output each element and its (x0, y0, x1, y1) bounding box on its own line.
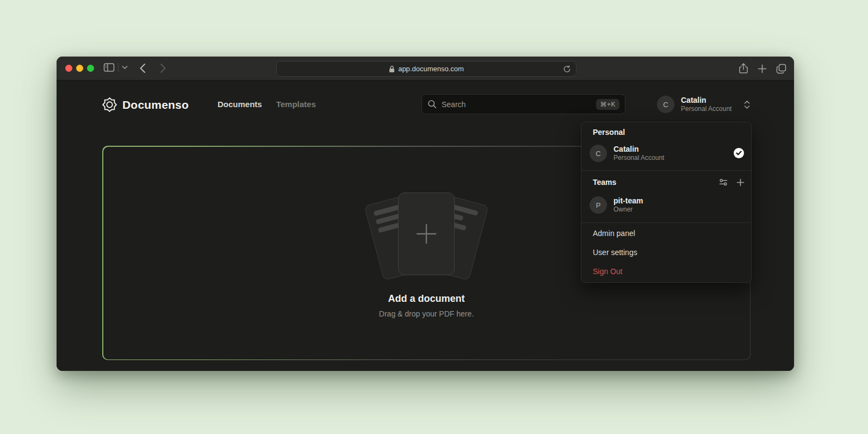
nav-documents[interactable]: Documents (218, 100, 262, 109)
divider (118, 63, 119, 72)
personal-account-name: Catalin (613, 145, 664, 154)
team-name: pit-team (613, 196, 643, 206)
selector-chevrons-icon (743, 100, 751, 109)
sidebar-chevron-down-icon[interactable] (122, 65, 128, 70)
forward-button-icon[interactable] (160, 63, 166, 73)
account-name: Catalin (681, 96, 731, 105)
browser-titlebar: app.documenso.com (57, 57, 794, 80)
traffic-lights (65, 65, 94, 72)
menu-item-admin-panel[interactable]: Admin panel (593, 229, 635, 238)
document-card-center (398, 193, 455, 275)
reload-icon[interactable] (563, 65, 571, 73)
team-item[interactable]: P pit-team Owner (590, 196, 643, 214)
lock-icon (389, 65, 395, 73)
address-bar[interactable]: app.documenso.com (276, 61, 576, 77)
search-placeholder: Search (442, 100, 591, 109)
tab-overview-icon[interactable] (776, 64, 786, 74)
url-text: app.documenso.com (398, 65, 464, 73)
personal-account-subtitle: Personal Account (613, 154, 664, 162)
brand-name: Documenso (122, 98, 189, 111)
close-button[interactable] (65, 65, 72, 72)
avatar: C (590, 145, 607, 162)
personal-section-label: Personal (593, 128, 625, 137)
brand[interactable]: Documenso (102, 97, 189, 112)
menu-separator (581, 170, 751, 171)
team-role: Owner (613, 206, 643, 214)
app-content: Documenso Documents Templates Search ⌘+K… (57, 80, 794, 371)
teams-section-label: Teams (593, 178, 616, 187)
menu-item-sign-out[interactable]: Sign Out (593, 267, 622, 276)
nav-templates[interactable]: Templates (276, 100, 316, 109)
account-dropdown-menu: Personal C Catalin Personal Account Team… (581, 122, 752, 283)
upload-illustration (356, 188, 497, 281)
add-team-icon[interactable] (736, 178, 745, 187)
account-subtitle: Personal Account (681, 105, 731, 113)
dropzone-title: Add a document (388, 293, 464, 305)
team-settings-icon[interactable] (719, 178, 728, 187)
personal-account-item[interactable]: C Catalin Personal Account (590, 145, 664, 162)
menu-separator (581, 222, 751, 223)
menu-item-user-settings[interactable]: User settings (593, 248, 637, 257)
search-input[interactable]: Search ⌘+K (421, 94, 625, 114)
account-menu-trigger[interactable]: C Catalin Personal Account (657, 96, 751, 113)
documenso-logo-icon (102, 97, 117, 112)
dropzone-subtitle: Drag & drop your PDF here. (379, 309, 474, 318)
search-icon (427, 100, 437, 109)
sidebar-toggle-icon[interactable] (103, 63, 115, 72)
avatar: C (657, 96, 674, 113)
minimize-button[interactable] (76, 65, 83, 72)
search-shortcut-badge: ⌘+K (596, 99, 619, 110)
avatar: P (590, 196, 607, 214)
share-icon[interactable] (739, 63, 748, 75)
add-document-plus-icon (414, 222, 438, 246)
main-nav: Documents Templates (218, 100, 316, 109)
new-tab-icon[interactable] (758, 64, 767, 73)
browser-window: app.documenso.com (57, 57, 794, 371)
selected-check-icon (734, 148, 744, 158)
back-button-icon[interactable] (139, 63, 146, 73)
zoom-button[interactable] (87, 65, 94, 72)
